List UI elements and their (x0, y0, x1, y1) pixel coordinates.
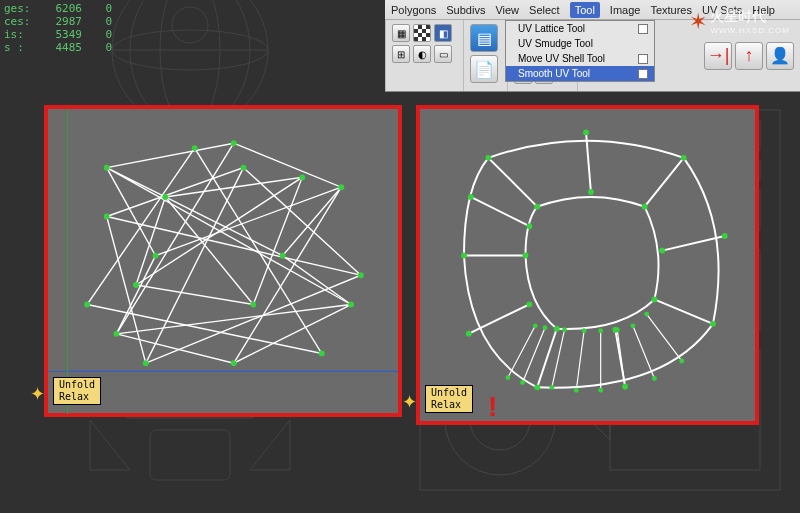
page-button[interactable]: ▤ (470, 24, 498, 52)
relax-label[interactable]: Relax (431, 399, 467, 411)
smooth-uv-labels[interactable]: Unfold Relax (425, 385, 473, 413)
svg-line-50 (469, 304, 530, 333)
push-up-button[interactable]: ↑ (735, 42, 763, 70)
svg-point-75 (651, 297, 657, 303)
uv-panel-before[interactable]: ✦ Unfold Relax (44, 105, 402, 417)
svg-line-45 (645, 158, 684, 207)
svg-line-60 (647, 314, 682, 361)
uv-mesh-smoothed (420, 109, 755, 422)
svg-point-68 (466, 331, 472, 337)
svg-point-71 (534, 204, 540, 210)
tool-submenu[interactable]: UV Lattice Tool UV Smudge Tool Move UV S… (505, 20, 655, 82)
svg-point-40 (358, 272, 364, 278)
svg-point-64 (722, 233, 728, 239)
svg-line-47 (654, 299, 713, 323)
svg-point-87 (652, 376, 657, 381)
svg-point-41 (143, 360, 149, 366)
svg-point-80 (526, 223, 532, 229)
svg-point-90 (543, 325, 548, 330)
uv-panel-after[interactable]: ✦ Unfold Relax ! (416, 105, 759, 425)
svg-point-77 (554, 326, 560, 332)
origin-marker-icon: ✦ (402, 391, 417, 413)
svg-point-63 (681, 155, 687, 161)
uv-mesh-tangled (48, 109, 398, 414)
menuitem-uv-smudge[interactable]: UV Smudge Tool (506, 36, 654, 51)
svg-point-65 (710, 321, 716, 327)
menu-subdivs[interactable]: Subdivs (446, 4, 485, 16)
optionbox-icon[interactable] (638, 24, 648, 34)
svg-point-82 (520, 380, 525, 385)
poly-stats: ges:62060 ces:29870 is:53490 s :44850 (4, 2, 112, 54)
svg-line-52 (471, 197, 530, 226)
svg-point-74 (659, 248, 665, 254)
svg-point-32 (162, 194, 168, 200)
svg-point-62 (583, 130, 589, 136)
svg-point-81 (505, 375, 510, 380)
svg-line-56 (576, 331, 584, 391)
frame-button[interactable]: ▭ (434, 45, 452, 63)
svg-line-59 (633, 326, 654, 379)
menuitem-move-uv-shell[interactable]: Move UV Shell Tool (506, 51, 654, 66)
svg-point-39 (241, 165, 247, 171)
svg-point-85 (598, 388, 603, 393)
checker-toggle-button[interactable]: ​ (413, 24, 431, 42)
svg-point-69 (461, 253, 467, 259)
unfold-label[interactable]: Unfold (431, 387, 467, 399)
annotation-exclaim: ! (488, 391, 497, 423)
svg-point-61 (485, 155, 491, 161)
uvshell-button[interactable]: ◧ (434, 24, 452, 42)
swap-button[interactable]: 📄 (470, 55, 498, 83)
menu-select[interactable]: Select (529, 4, 560, 16)
menu-tool[interactable]: Tool (570, 2, 600, 18)
svg-point-34 (250, 302, 256, 308)
relax-label[interactable]: Relax (59, 391, 95, 403)
menu-polygons[interactable]: Polygons (391, 4, 436, 16)
optionbox-icon[interactable] (638, 54, 648, 64)
svg-point-92 (582, 328, 587, 333)
unfold-label[interactable]: Unfold (59, 379, 95, 391)
svg-point-93 (598, 328, 603, 333)
svg-point-37 (84, 302, 90, 308)
smooth-uv-labels[interactable]: Unfold Relax (53, 377, 101, 405)
tile-button[interactable]: ⊞ (392, 45, 410, 63)
svg-line-43 (488, 158, 537, 207)
svg-point-67 (534, 384, 540, 390)
svg-point-24 (104, 165, 110, 171)
svg-point-36 (192, 145, 198, 151)
svg-point-27 (280, 253, 286, 259)
svg-point-29 (231, 360, 237, 366)
svg-line-53 (508, 326, 535, 378)
menu-view[interactable]: View (495, 4, 519, 16)
svg-point-83 (549, 385, 554, 390)
svg-point-95 (630, 323, 635, 328)
watermark-url: WWW.HXSD.COM (710, 26, 790, 35)
push-right-button[interactable]: →| (704, 42, 732, 70)
optionbox-icon[interactable] (638, 69, 648, 79)
svg-point-94 (615, 327, 620, 332)
svg-point-26 (338, 184, 344, 190)
svg-line-46 (662, 236, 725, 251)
menuitem-smooth-uv[interactable]: Smooth UV Tool (506, 66, 654, 81)
watermark-brand: 火星时代 (710, 8, 766, 24)
svg-point-73 (642, 204, 648, 210)
user-button[interactable]: 👤 (766, 42, 794, 70)
svg-point-72 (588, 189, 594, 195)
dim-button[interactable]: ◐ (413, 45, 431, 63)
svg-point-31 (153, 253, 159, 259)
grid-toggle-button[interactable]: ▦ (392, 24, 410, 42)
menuitem-uv-lattice[interactable]: UV Lattice Tool (506, 21, 654, 36)
svg-point-25 (231, 140, 237, 146)
svg-point-86 (623, 385, 628, 390)
menu-image[interactable]: Image (610, 4, 641, 16)
svg-point-96 (644, 312, 649, 317)
star-icon: ✶ (689, 9, 707, 35)
menu-textures[interactable]: Textures (650, 4, 692, 16)
svg-rect-9 (150, 430, 230, 480)
svg-point-35 (133, 282, 139, 288)
svg-point-88 (679, 359, 684, 364)
svg-point-28 (348, 302, 354, 308)
svg-point-84 (574, 388, 579, 393)
svg-point-33 (299, 175, 305, 181)
svg-line-58 (617, 330, 625, 388)
svg-point-79 (523, 253, 529, 259)
